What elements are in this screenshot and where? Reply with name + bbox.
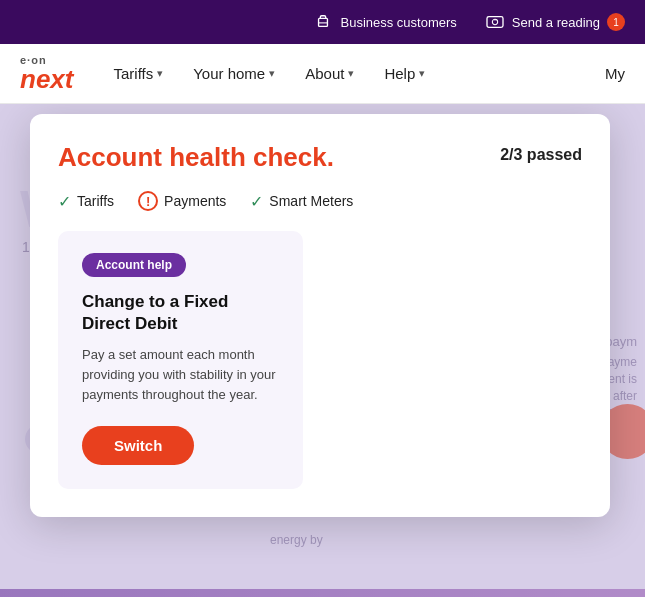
check-pass-icon: ✓: [58, 192, 71, 211]
modal-passed: 2/3 passed: [500, 146, 582, 164]
nav-help-label: Help: [384, 65, 415, 82]
notification-count: 1: [613, 17, 619, 28]
nav-tariffs[interactable]: Tariffs ▾: [113, 65, 163, 82]
check-smart-meters: ✓ Smart Meters: [250, 192, 353, 211]
account-help-card: Account help Change to a Fixed Direct De…: [58, 231, 303, 489]
nav-about-label: About: [305, 65, 344, 82]
business-customers-label: Business customers: [340, 15, 456, 30]
check-smart-meters-label: Smart Meters: [269, 193, 353, 209]
check-warning-icon: !: [138, 191, 158, 211]
svg-rect-2: [487, 17, 503, 28]
card-description: Pay a set amount each month providing yo…: [82, 345, 279, 405]
chevron-down-icon: ▾: [157, 67, 163, 80]
nav-tariffs-label: Tariffs: [113, 65, 153, 82]
check-tariffs: ✓ Tariffs: [58, 192, 114, 211]
nav-my-label: My: [605, 65, 625, 82]
account-help-badge: Account help: [82, 253, 186, 277]
switch-button[interactable]: Switch: [82, 426, 194, 465]
logo[interactable]: e·on next: [20, 55, 73, 92]
check-pass-icon-2: ✓: [250, 192, 263, 211]
check-payments-label: Payments: [164, 193, 226, 209]
nav-about[interactable]: About ▾: [305, 65, 354, 82]
modal-checks: ✓ Tariffs ! Payments ✓ Smart Meters: [58, 191, 582, 211]
send-reading-link[interactable]: Send a reading 1: [485, 12, 625, 32]
chevron-down-icon: ▾: [419, 67, 425, 80]
meter-icon: [485, 12, 505, 32]
modal-overlay: Account health check. 2/3 passed ✓ Tarif…: [0, 104, 645, 597]
account-health-modal: Account health check. 2/3 passed ✓ Tarif…: [30, 114, 610, 517]
notification-badge[interactable]: 1: [607, 13, 625, 31]
check-tariffs-label: Tariffs: [77, 193, 114, 209]
nav-bar: e·on next Tariffs ▾ Your home ▾ About ▾ …: [0, 44, 645, 104]
modal-title: Account health check.: [58, 142, 334, 173]
nav-your-home-label: Your home: [193, 65, 265, 82]
nav-my[interactable]: My: [605, 65, 625, 82]
card-title: Change to a Fixed Direct Debit: [82, 291, 279, 335]
check-payments: ! Payments: [138, 191, 226, 211]
nav-help[interactable]: Help ▾: [384, 65, 425, 82]
chevron-down-icon: ▾: [269, 67, 275, 80]
modal-header: Account health check. 2/3 passed: [58, 142, 582, 173]
logo-next: next: [20, 66, 73, 92]
business-customers-link[interactable]: Business customers: [313, 12, 456, 32]
briefcase-icon: [313, 12, 333, 32]
chevron-down-icon: ▾: [348, 67, 354, 80]
send-reading-label: Send a reading: [512, 15, 600, 30]
top-bar: Business customers Send a reading 1: [0, 0, 645, 44]
page-background: We 192 G... t paym payme ment is s after…: [0, 104, 645, 597]
nav-your-home[interactable]: Your home ▾: [193, 65, 275, 82]
